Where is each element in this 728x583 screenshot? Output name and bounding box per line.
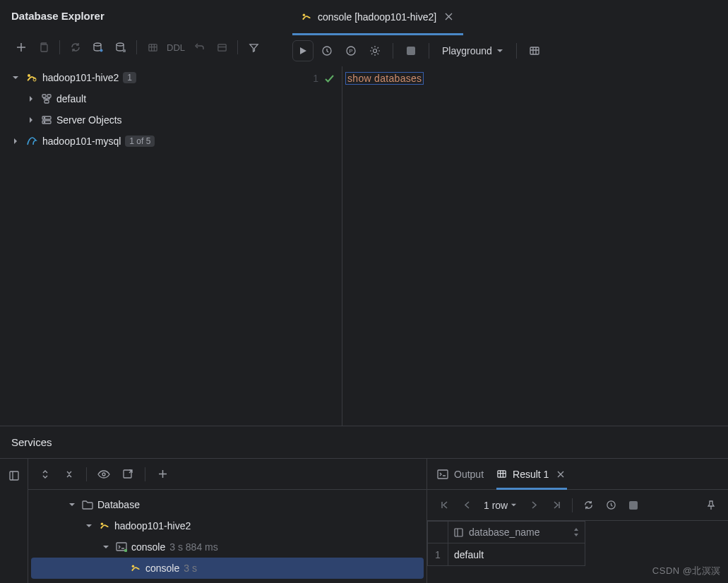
services-panel: Services Database (0, 426, 728, 583)
db-toolbar: DDL (0, 32, 285, 63)
hive-icon (130, 563, 141, 574)
schema-icon (41, 93, 52, 104)
svg-rect-11 (44, 100, 49, 103)
svc-leaf-label: console (145, 563, 179, 574)
svg-rect-32 (455, 529, 463, 536)
server-icon (41, 114, 52, 126)
history-icon[interactable] (316, 40, 338, 61)
auto-refresh-icon[interactable] (601, 495, 621, 515)
cell-value: default (448, 543, 585, 566)
output-icon (437, 469, 448, 479)
server-objects-label: Server Objects (56, 114, 122, 126)
tree-node-hive[interactable]: hadoop101-hive2 1 (4, 67, 279, 88)
row-index: 1 (427, 543, 448, 566)
last-page-icon[interactable] (547, 495, 566, 515)
result-table: database_name 1 default (427, 521, 728, 566)
tab-output[interactable]: Output (437, 459, 484, 490)
expand-collapse-icon[interactable] (35, 464, 55, 484)
close-icon[interactable] (554, 468, 567, 481)
svg-point-8 (33, 78, 36, 81)
layout-icon[interactable] (4, 466, 24, 486)
svg-rect-29 (438, 470, 448, 479)
row-index-header[interactable] (427, 521, 448, 543)
row-count-label: 1 row (484, 500, 508, 511)
stop-icon[interactable] (400, 40, 422, 61)
show-queries-icon[interactable] (94, 464, 114, 484)
stop-connection-icon[interactable] (111, 37, 131, 57)
run-icon[interactable] (292, 40, 314, 61)
svg-rect-21 (530, 47, 539, 54)
tree-node-default-schema[interactable]: default (4, 88, 279, 109)
playground-label: Playground (442, 45, 492, 56)
editor-tab-bar: console [hadoop101-hive2] (285, 0, 728, 35)
svg-rect-6 (217, 44, 225, 50)
copy-icon[interactable] (34, 37, 54, 57)
svg-rect-10 (47, 95, 51, 97)
editor-toolbar: P Playground (285, 35, 728, 66)
navigate-icon[interactable] (189, 37, 209, 57)
view-mode-icon[interactable] (212, 37, 232, 57)
svc-node-console-leaf[interactable]: console 3 s (31, 558, 424, 579)
table-header-row: database_name (427, 521, 728, 543)
chevron-right-icon[interactable] (25, 114, 37, 126)
db-tree: hadoop101-hive2 1 default Server Objects… (0, 63, 285, 426)
chevron-down-icon[interactable] (10, 72, 21, 83)
svg-point-25 (101, 523, 104, 526)
hive-badge: 1 (123, 72, 136, 83)
add-service-icon[interactable] (153, 464, 172, 484)
chevron-down-icon[interactable] (100, 541, 112, 553)
collapse-all-icon[interactable] (59, 464, 79, 484)
tree-node-server-objects[interactable]: Server Objects (4, 109, 279, 131)
services-left: Database hadoop101-hive2 console 3 s 884… (28, 459, 427, 583)
svg-rect-0 (41, 44, 47, 52)
check-icon (324, 73, 335, 84)
tab-result[interactable]: Result 1 (496, 459, 567, 490)
column-header[interactable]: database_name (448, 521, 585, 543)
table-row[interactable]: 1 default (427, 543, 728, 566)
chevron-right-icon[interactable] (25, 93, 37, 104)
services-title: Services (0, 426, 728, 458)
svc-console-time: 3 s 884 ms (169, 541, 217, 553)
folder-icon (82, 500, 93, 510)
services-sidestrip (0, 459, 28, 583)
chevron-down-icon[interactable] (66, 499, 78, 510)
tab-console[interactable]: console [hadoop101-hive2] (292, 0, 463, 35)
code-area[interactable]: show databases (342, 66, 728, 426)
settings-icon[interactable] (364, 40, 386, 61)
tree-node-mysql[interactable]: hadoop101-mysql 1 of 5 (4, 131, 279, 152)
add-icon[interactable] (11, 37, 31, 57)
svc-node-connection[interactable]: hadoop101-hive2 (31, 515, 424, 536)
svg-point-14 (44, 117, 44, 118)
svg-point-27 (124, 549, 127, 552)
close-icon[interactable] (442, 11, 455, 23)
svg-point-28 (132, 565, 135, 568)
open-console-icon[interactable] (118, 464, 138, 484)
filter-icon[interactable] (244, 37, 263, 57)
editor-body[interactable]: 1 show databases (285, 66, 728, 426)
refresh-icon[interactable] (66, 37, 85, 57)
tx-mode-dropdown[interactable]: Playground (436, 40, 509, 61)
result-toolbar: 1 row (427, 490, 728, 521)
next-page-icon[interactable] (524, 495, 544, 515)
chevron-down-icon[interactable] (83, 520, 95, 531)
datasource-properties-icon[interactable] (88, 37, 108, 57)
ddl-button[interactable]: DDL (165, 42, 186, 53)
svg-point-3 (117, 43, 124, 46)
table-view-icon[interactable] (524, 40, 545, 61)
chevron-right-icon[interactable] (10, 136, 21, 147)
first-page-icon[interactable] (434, 495, 454, 515)
svg-text:P: P (349, 48, 352, 54)
schema-default-label: default (56, 93, 86, 104)
svc-node-console[interactable]: console 3 s 884 ms (31, 536, 424, 558)
explain-plan-icon[interactable]: P (340, 40, 362, 61)
pin-icon[interactable] (701, 495, 721, 515)
reload-icon[interactable] (578, 495, 598, 515)
table-icon[interactable] (143, 37, 162, 57)
svc-node-database[interactable]: Database (31, 494, 424, 515)
cancel-query-icon[interactable] (623, 495, 643, 515)
svc-leaf-time: 3 s (184, 563, 197, 574)
row-count-dropdown[interactable]: 1 row (479, 500, 521, 511)
svg-point-16 (303, 13, 306, 16)
prev-page-icon[interactable] (457, 495, 477, 515)
mysql-badge: 1 of 5 (125, 136, 155, 147)
